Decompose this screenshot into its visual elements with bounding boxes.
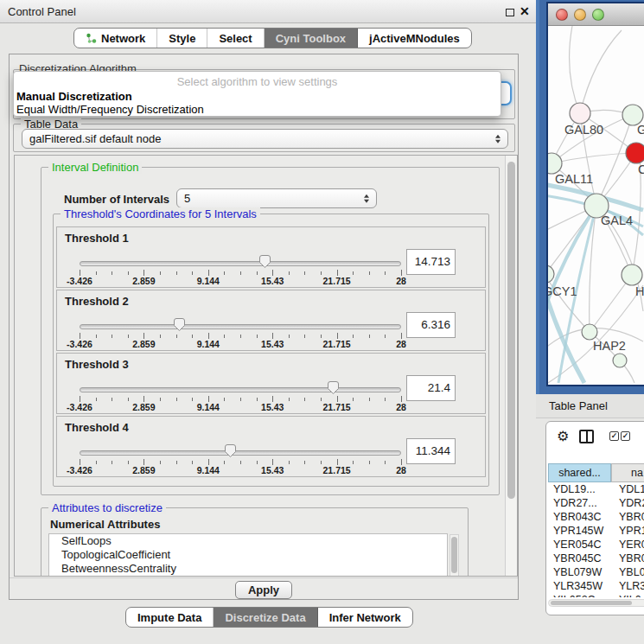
tick-mark	[80, 270, 80, 276]
scale-label: 28	[396, 402, 406, 412]
tab-cyni-toolbox[interactable]: Cyni Toolbox	[265, 29, 358, 48]
apply-band: Apply	[10, 577, 518, 599]
threshold-value-box[interactable]: 6.316	[406, 312, 456, 338]
gear-icon[interactable]: ⚙	[557, 428, 569, 445]
tick-mark	[289, 398, 290, 401]
checkbox-icon[interactable]: ✓	[609, 431, 619, 441]
network-edge[interactable]	[570, 26, 580, 113]
slider-thumb-icon[interactable]	[173, 317, 186, 332]
dropdown-option-equal-width-frequency[interactable]: Equal Width/Frequency Discretization	[16, 103, 204, 116]
network-edge[interactable]	[580, 30, 622, 113]
slider-thumb-icon[interactable]	[258, 254, 271, 269]
table-panel-title: Table Panel	[549, 399, 608, 412]
split-pane-icon[interactable]	[579, 430, 594, 443]
network-node-h[interactable]	[622, 265, 642, 285]
list-item-selfloops[interactable]: SelfLoops	[49, 534, 447, 548]
dropdown-hint: Select algorithm to view settings	[14, 75, 501, 88]
tick-mark	[143, 333, 144, 339]
checkbox-icon[interactable]: ✓	[621, 431, 630, 441]
mac-close-icon[interactable]	[556, 9, 568, 21]
algorithm-dropdown-popup: Select algorithm to view settings Manual…	[13, 71, 501, 117]
tab-discretize-data[interactable]: Discretize Data	[214, 608, 317, 627]
mac-minimize-icon[interactable]	[574, 9, 586, 21]
list-item-topologicalcoefficient[interactable]: TopologicalCoefficient	[49, 548, 447, 562]
table-row[interactable]: YER054CYER0	[546, 538, 644, 552]
table-row[interactable]: YDL19...YDL1	[546, 482, 644, 496]
tick-mark	[240, 335, 241, 338]
scale-label: 15.43	[261, 339, 284, 349]
network-edge[interactable]	[552, 153, 636, 163]
cell-name: YDL1	[612, 482, 644, 496]
cell-name: YPR1	[612, 524, 644, 538]
scale-label: 21.715	[323, 465, 351, 475]
table-horizontal-scrollbar[interactable]	[548, 599, 644, 607]
dropdown-option-manual-discretization[interactable]: Manual Discretization	[16, 90, 132, 103]
scale-label: 21.715	[323, 276, 351, 286]
control-panel-titlebar: Control Panel	[0, 0, 536, 23]
scale-label: 9.144	[197, 465, 220, 475]
tab-network[interactable]: Network	[74, 29, 157, 48]
number-of-intervals-combobox[interactable]: 5	[176, 188, 377, 208]
cell-shared-name: YER054C	[546, 538, 612, 552]
tick-mark	[176, 335, 177, 338]
network-node-gcy1[interactable]	[548, 265, 554, 283]
network-graph: GAL80GACGAL11GAL4GCY1HHAP2	[548, 26, 644, 385]
tab-label: Cyni Toolbox	[276, 32, 346, 45]
settings-vertical-scrollbar[interactable]	[505, 156, 517, 576]
network-window-titlebar[interactable]	[548, 3, 644, 26]
tab-impute-data[interactable]: Impute Data	[126, 608, 214, 627]
tick-mark	[208, 333, 209, 339]
tick-mark	[96, 271, 97, 275]
slider-track[interactable]	[80, 261, 401, 266]
cell-name: YBR0	[612, 510, 644, 524]
table-row[interactable]: YDR27...YDR2	[546, 496, 644, 510]
network-node-hap2[interactable]	[582, 324, 597, 340]
column-header-shared[interactable]: shared...	[548, 463, 611, 482]
tick-mark	[385, 271, 386, 275]
threshold-value-box[interactable]: 11.344	[406, 438, 456, 464]
mac-zoom-icon[interactable]	[592, 9, 604, 21]
network-view-canvas[interactable]: GAL80GACGAL11GAL4GCY1HHAP2	[548, 26, 644, 385]
close-icon[interactable]: ✕	[520, 3, 530, 19]
tab-select[interactable]: Select	[207, 29, 264, 48]
numerical-attributes-list[interactable]: SelfLoopsTopologicalCoefficientBetweenne…	[48, 533, 448, 577]
table-row[interactable]: YBR043CYBR0	[546, 510, 644, 524]
tick-mark	[337, 459, 338, 465]
table-row[interactable]: YBR045CYBR0	[546, 552, 644, 565]
threshold-row-threshold-3: Threshold 3-3.4262.8599.14415.4321.71528…	[56, 353, 486, 414]
table-row[interactable]: YBL079WYBL0	[546, 565, 644, 579]
tick-mark	[143, 459, 144, 465]
float-window-icon[interactable]	[506, 9, 514, 16]
slider-track[interactable]	[80, 324, 401, 329]
thresholds-group-title: Threshold's Coordinates for 5 Intervals	[61, 207, 260, 220]
attributes-group: Attributes to discretize Numerical Attri…	[41, 507, 469, 577]
column-header-name[interactable]: na	[611, 463, 644, 482]
apply-button[interactable]: Apply	[235, 581, 292, 599]
scale-label: 9.144	[197, 339, 220, 349]
threshold-value-box[interactable]: 21.4	[406, 375, 456, 401]
table-row[interactable]: YLR345WYLR3	[546, 579, 644, 593]
slider-thumb-icon[interactable]	[224, 443, 237, 458]
network-node-gal80[interactable]	[570, 103, 590, 124]
tick-mark	[112, 461, 112, 464]
tab-style[interactable]: Style	[157, 29, 207, 48]
network-node-c[interactable]	[626, 143, 644, 163]
table-row[interactable]: YPR145WYPR1	[546, 524, 644, 538]
list-item-betweennesscentrality[interactable]: BetweennessCentrality	[49, 562, 447, 576]
slider-thumb-icon[interactable]	[327, 380, 340, 395]
cell-shared-name: YDR27...	[546, 496, 612, 510]
tab-infer-network[interactable]: Infer Network	[318, 608, 412, 627]
slider-track[interactable]	[80, 387, 401, 392]
table-data-combobox[interactable]: galFiltered.sif default node	[22, 129, 508, 149]
tick-mark	[304, 461, 305, 464]
slider-track[interactable]	[80, 450, 401, 456]
network-node[interactable]	[613, 354, 627, 367]
threshold-value-box[interactable]: 14.713	[406, 249, 456, 275]
tab-jactivemnodules[interactable]: jActiveMNodules	[358, 29, 471, 48]
tick-mark	[369, 398, 370, 401]
panel-title: Control Panel	[8, 5, 76, 18]
cell-shared-name: YDL19...	[546, 482, 612, 496]
tick-mark	[128, 335, 129, 338]
attributes-list-scrollbar[interactable]	[450, 534, 459, 577]
table-row[interactable]: YIL052CYIL0	[546, 593, 644, 597]
